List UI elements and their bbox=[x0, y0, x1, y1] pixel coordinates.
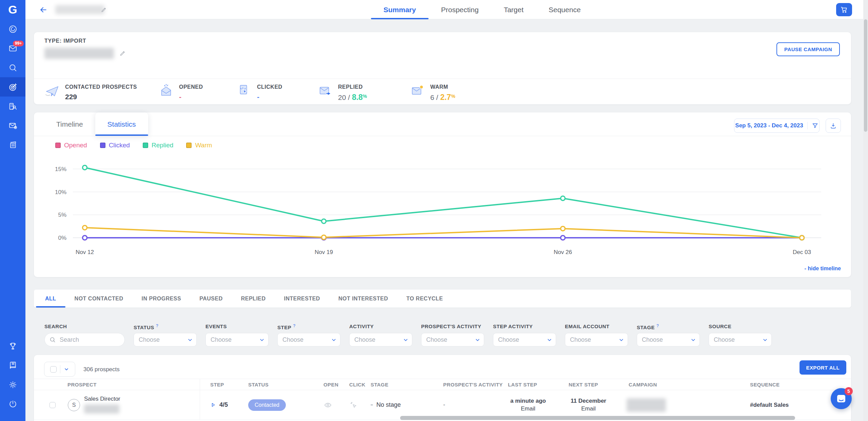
sidebar-item-logout[interactable] bbox=[0, 394, 25, 414]
sidebar-item-library[interactable] bbox=[0, 356, 25, 375]
filter-dropdown-events[interactable]: Choose bbox=[205, 333, 269, 346]
legend-item-warm[interactable]: Warm bbox=[186, 142, 212, 149]
filter-dropdown-activity[interactable]: Choose bbox=[349, 333, 412, 346]
stat-contacted-prospects: CONTACTED PROSPECTS229 bbox=[44, 83, 137, 101]
select-all-checkbox[interactable] bbox=[50, 366, 57, 373]
search-label: SEARCH bbox=[44, 323, 125, 330]
download-chart-button[interactable] bbox=[826, 119, 841, 133]
filter-label: STATUS? bbox=[134, 323, 197, 330]
sidebar-item-settings[interactable] bbox=[0, 375, 25, 394]
back-arrow-button[interactable] bbox=[39, 5, 48, 14]
row-checkbox[interactable] bbox=[50, 402, 56, 408]
sidebar-item-inbox[interactable]: 99+ bbox=[0, 39, 25, 58]
date-range-value: Sep 5, 2023 - Dec 4, 2023 bbox=[735, 122, 803, 129]
status-tab-replied[interactable]: REPLIED bbox=[232, 290, 275, 308]
chevron-down-icon[interactable] bbox=[64, 366, 69, 372]
legend-item-clicked[interactable]: Clicked bbox=[100, 142, 130, 149]
help-icon[interactable]: ? bbox=[156, 323, 159, 328]
status-tab-to-recycle[interactable]: TO RECYCLE bbox=[397, 290, 452, 308]
filter-dropdown-source[interactable]: Choose bbox=[709, 333, 772, 346]
table-body: SSales Director4/5ContactedNo stage-a mi… bbox=[34, 390, 851, 420]
dropdown-value: Choose bbox=[570, 336, 591, 343]
export-all-button[interactable]: EXPORT ALL bbox=[800, 360, 846, 375]
stat-label: CONTACTED PROSPECTS bbox=[65, 84, 137, 90]
select-all-divider bbox=[60, 365, 60, 373]
search-input[interactable] bbox=[44, 333, 125, 346]
campaign-title-redacted bbox=[44, 48, 114, 59]
stat-value: - bbox=[257, 93, 282, 101]
table-row[interactable]: SSales Director4/5ContactedNo stage-a mi… bbox=[34, 390, 851, 420]
chat-launcher-button[interactable]: 5 bbox=[831, 388, 852, 409]
status-tab-not-interested[interactable]: NOT INTERESTED bbox=[329, 290, 397, 308]
help-icon[interactable]: ? bbox=[656, 323, 659, 328]
sidebar-nav-bottom bbox=[0, 336, 25, 421]
filter-dropdown-email-account[interactable]: Choose bbox=[565, 333, 628, 346]
play-icon[interactable] bbox=[210, 402, 216, 408]
stat-warm: WARM6 / 2.7% bbox=[410, 83, 455, 102]
pause-campaign-button[interactable]: PAUSE CAMPAIGN bbox=[776, 42, 840, 56]
search-icon bbox=[49, 336, 56, 343]
legend-item-replied[interactable]: Replied bbox=[143, 142, 173, 149]
status-tab-in-progress[interactable]: IN PROGRESS bbox=[133, 290, 191, 308]
col-next-step: NEXT STEP bbox=[558, 379, 618, 390]
filter-source: SOURCEChoose bbox=[709, 323, 772, 346]
edit-campaign-title-icon[interactable] bbox=[119, 50, 126, 57]
target-icon bbox=[8, 82, 18, 92]
filter-dropdown-stage[interactable]: Choose bbox=[637, 333, 700, 346]
legend-swatch bbox=[100, 143, 105, 148]
filter-dropdown-step-activity[interactable]: Choose bbox=[493, 333, 556, 346]
date-range-picker[interactable]: Sep 5, 2023 - Dec 4, 2023 bbox=[734, 119, 820, 133]
chevron-down-icon bbox=[690, 337, 696, 343]
chart-tab-statistics[interactable]: Statistics bbox=[95, 112, 148, 136]
eye-icon[interactable] bbox=[323, 401, 332, 409]
chevron-down-icon bbox=[259, 337, 265, 343]
status-tab-paused[interactable]: PAUSED bbox=[190, 290, 232, 308]
growbots-logo[interactable]: G bbox=[0, 0, 25, 19]
sidebar-item-search[interactable] bbox=[0, 58, 25, 77]
chart-legend: OpenedClickedRepliedWarm bbox=[55, 142, 212, 149]
tab-target[interactable]: Target bbox=[491, 0, 536, 19]
sidebar-item-templates[interactable] bbox=[0, 135, 25, 154]
chart-tab-timeline[interactable]: Timeline bbox=[44, 112, 95, 136]
cart-button[interactable] bbox=[836, 3, 852, 16]
svg-text:Dec 03: Dec 03 bbox=[793, 249, 811, 255]
sidebar-item-email-settings[interactable] bbox=[0, 116, 25, 135]
hide-timeline-link[interactable]: - hide timeline bbox=[804, 266, 841, 272]
tab-sequence[interactable]: Sequence bbox=[536, 0, 593, 19]
legend-swatch bbox=[186, 143, 192, 148]
vertical-scrollbar-thumb[interactable] bbox=[864, 19, 867, 132]
dropdown-value: Choose bbox=[354, 336, 375, 343]
select-all-control[interactable] bbox=[44, 362, 75, 377]
next-step-cell: 11 DecemberEmail bbox=[558, 390, 618, 420]
cursor-click-icon[interactable] bbox=[349, 401, 358, 409]
dropdown-value: Choose bbox=[426, 336, 447, 343]
tab-prospecting[interactable]: Prospecting bbox=[429, 0, 491, 19]
status-tab-not-contacted[interactable]: NOT CONTACTED bbox=[65, 290, 133, 308]
filter-dropdown-step[interactable]: Choose bbox=[277, 333, 340, 346]
dropdown-value: Choose bbox=[211, 336, 232, 343]
legend-item-opened[interactable]: Opened bbox=[55, 142, 87, 149]
help-icon[interactable]: ? bbox=[293, 323, 296, 328]
stage-cell[interactable]: No stage bbox=[360, 390, 433, 420]
last-step-time: a minute ago bbox=[510, 397, 546, 405]
status-tab-interested[interactable]: INTERESTED bbox=[275, 290, 329, 308]
status-tab-all[interactable]: ALL bbox=[36, 290, 65, 308]
edit-campaign-name-icon[interactable] bbox=[101, 6, 107, 13]
horizontal-scrollbar-thumb[interactable] bbox=[400, 416, 795, 420]
chevron-down-icon bbox=[475, 337, 480, 343]
sidebar-item-target[interactable] bbox=[0, 77, 25, 97]
svg-text:10%: 10% bbox=[55, 189, 66, 195]
sidebar-item-companies[interactable] bbox=[0, 97, 25, 116]
sidebar-item-dashboard[interactable] bbox=[0, 19, 25, 39]
filter-dropdown-prospect-s-activity[interactable]: Choose bbox=[421, 333, 484, 346]
campaign-stats-row: CONTACTED PROSPECTS229OPENED-CLICKED-REP… bbox=[34, 79, 851, 104]
prospect-status-tabs: ALLNOT CONTACTEDIN PROGRESSPAUSEDREPLIED… bbox=[34, 290, 851, 308]
campaign-name-redacted bbox=[55, 5, 104, 14]
col-last-step: LAST STEP bbox=[498, 379, 558, 390]
filter-dropdown-status[interactable]: Choose bbox=[134, 333, 197, 346]
dropdown-value: Choose bbox=[714, 336, 735, 343]
sidebar-item-trophy[interactable] bbox=[0, 336, 25, 356]
tab-summary[interactable]: Summary bbox=[371, 0, 429, 19]
chevron-down-icon bbox=[403, 337, 409, 343]
filter-label: STEP ACTIVITY bbox=[493, 323, 556, 330]
